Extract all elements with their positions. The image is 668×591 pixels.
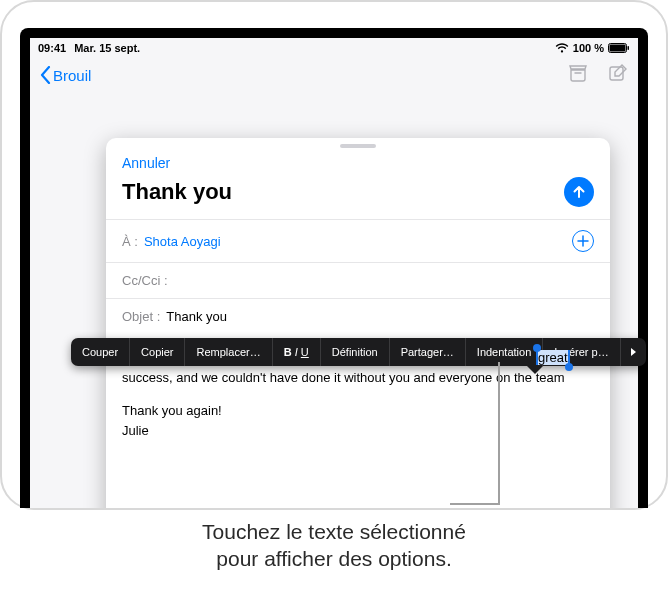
back-label: Brouil <box>53 67 91 84</box>
body-signature: Julie <box>122 421 594 441</box>
subject-value: Thank you <box>166 309 227 324</box>
chevron-left-icon <box>40 66 51 84</box>
menu-more[interactable] <box>621 338 645 366</box>
wifi-icon <box>555 43 569 53</box>
chevron-right-icon <box>629 347 637 357</box>
menu-pointer <box>527 366 543 374</box>
nav-bar: Brouil <box>30 58 638 92</box>
compose-icon[interactable] <box>608 63 628 87</box>
menu-replace[interactable]: Remplacer… <box>185 338 272 366</box>
status-date: Mar. 15 sept. <box>74 42 140 54</box>
to-recipient[interactable]: Shota Aoyagi <box>144 234 221 249</box>
compose-title: Thank you <box>122 179 232 205</box>
menu-share[interactable]: Partager… <box>390 338 466 366</box>
add-contact-button[interactable] <box>572 230 594 252</box>
arrow-up-icon <box>571 184 587 200</box>
to-label: À : <box>122 234 138 249</box>
menu-definition[interactable]: Définition <box>321 338 390 366</box>
compose-popover: Annuler Thank you À : Shota Aoyagi <box>106 138 610 508</box>
status-bar: 09:41 Mar. 15 sept. 100 % <box>30 38 638 58</box>
selected-text[interactable]: great <box>537 350 569 365</box>
caption-line-2: pour afficher des options. <box>0 545 668 572</box>
svg-rect-1 <box>610 45 626 52</box>
cancel-button[interactable]: Annuler <box>122 155 170 171</box>
menu-cut[interactable]: Couper <box>71 338 130 366</box>
ccbcc-label: Cc/Cci : <box>122 273 168 288</box>
subject-label: Objet : <box>122 309 160 324</box>
svg-rect-2 <box>628 46 630 50</box>
screen: 09:41 Mar. 15 sept. 100 % Brouil <box>30 38 638 508</box>
selection-handle-end[interactable] <box>565 363 573 371</box>
menu-format[interactable]: B I U <box>273 338 321 366</box>
battery-icon <box>608 43 630 53</box>
subject-field[interactable]: Objet : Thank you <box>106 298 610 334</box>
battery-percent: 100 % <box>573 42 604 54</box>
caption: Touchez le texte sélectionné pour affich… <box>0 518 668 573</box>
menu-copy[interactable]: Copier <box>130 338 185 366</box>
selection-handle-start[interactable] <box>533 344 541 352</box>
status-time: 09:41 <box>38 42 66 54</box>
send-button[interactable] <box>564 177 594 207</box>
menu-indent[interactable]: Indentation <box>466 338 543 366</box>
ipad-device-frame: 09:41 Mar. 15 sept. 100 % Brouil <box>0 0 668 510</box>
screen-bezel: 09:41 Mar. 15 sept. 100 % Brouil <box>20 28 648 508</box>
callout-line <box>498 362 500 505</box>
archive-icon[interactable] <box>568 64 588 86</box>
plus-icon <box>577 235 589 247</box>
body-paragraph-2: Thank you again! <box>122 401 594 421</box>
to-field[interactable]: À : Shota Aoyagi <box>106 219 610 262</box>
ccbcc-field[interactable]: Cc/Cci : <box>106 262 610 298</box>
back-button[interactable]: Brouil <box>40 66 91 84</box>
caption-line-1: Touchez le texte sélectionné <box>0 518 668 545</box>
